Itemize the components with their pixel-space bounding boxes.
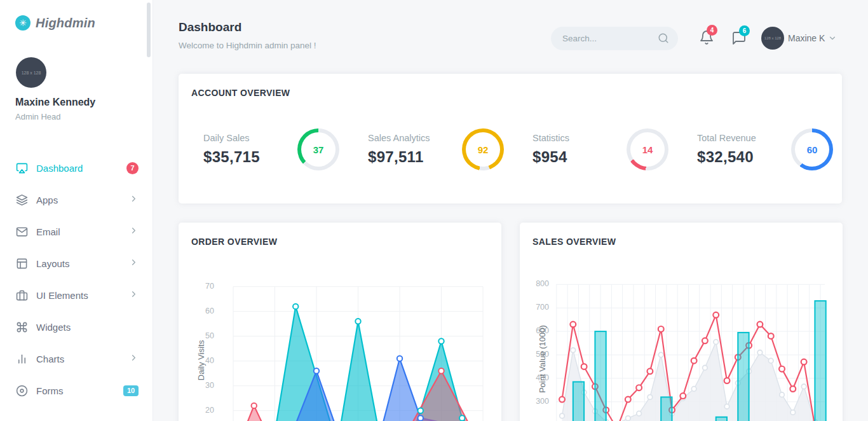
search-input[interactable]	[562, 27, 658, 50]
sales-overview-chart[interactable]	[553, 280, 832, 421]
y-axis-tick: 20	[195, 406, 214, 415]
logo-asterisk-icon: ✳	[15, 15, 31, 31]
chevron-right-icon	[129, 258, 139, 267]
stat-text: Statistics $954	[532, 133, 569, 166]
progress-ring: 60	[791, 128, 833, 170]
stat-sales-analytics: Sales Analytics $97,511 92	[368, 128, 504, 170]
stat-text: Sales Analytics $97,511	[368, 133, 430, 166]
airplay-icon	[16, 162, 28, 174]
progress-ring-value: 14	[627, 128, 668, 170]
sidebar-item-apps[interactable]: Apps	[0, 184, 153, 216]
layers-icon	[16, 194, 28, 206]
chevron-right-icon	[129, 194, 139, 204]
chevron-right-icon	[129, 289, 139, 301]
stat-text: Total Revenue $32,540	[697, 133, 756, 166]
stat-label: Statistics	[532, 133, 569, 143]
sidebar-item-label: UI Elements	[36, 290, 129, 301]
avatar-placeholder-text: 128 x 128	[764, 36, 781, 40]
progress-ring-value: 92	[462, 128, 504, 170]
progress-ring: 92	[462, 128, 504, 170]
notifications-badge: 4	[707, 25, 717, 36]
logo-text: Highdmin	[36, 16, 95, 31]
sidebar-scrollbar[interactable]	[147, 3, 151, 57]
chevron-right-icon	[129, 353, 139, 365]
sidebar-item-label: Layouts	[36, 258, 129, 269]
stat-label: Sales Analytics	[368, 133, 430, 143]
sidebar-item-label: Apps	[36, 195, 129, 205]
stat-value: $954	[532, 148, 569, 166]
user-menu-label: Maxine K	[788, 33, 825, 43]
sales-overview-title: SALES OVERVIEW	[532, 237, 616, 247]
sidebar-menu: Dashboard7AppsEmailLayoutsUI ElementsWid…	[0, 152, 153, 406]
progress-ring: 37	[297, 128, 339, 170]
sidebar-item-layouts[interactable]: Layouts	[0, 247, 153, 279]
stat-text: Daily Sales $35,715	[203, 133, 260, 166]
sidebar-item-label: Charts	[36, 354, 129, 364]
app-logo[interactable]: ✳ Highdmin	[15, 15, 95, 31]
user-menu[interactable]: Maxine K	[788, 33, 837, 43]
stat-value: $32,540	[697, 148, 756, 166]
y-axis-label: Point Value (1000)	[538, 315, 547, 404]
progress-ring-value: 37	[297, 128, 339, 170]
search-box	[551, 27, 678, 50]
sidebar-user-name: Maxine Kennedy	[15, 97, 95, 108]
sidebar-item-label: Dashboard	[36, 163, 126, 174]
sidebar-item-ui-elements[interactable]: UI Elements	[0, 279, 153, 311]
page-title: Dashboard	[179, 20, 241, 34]
y-axis-tick: 70	[195, 282, 214, 291]
y-axis-tick: 800	[530, 279, 549, 288]
sales-overview-card: SALES OVERVIEW LAST 24 HOURS LAST 48 HOU…	[520, 223, 843, 421]
y-axis-tick: 60	[195, 307, 214, 315]
stat-daily-sales: Daily Sales $35,715 37	[203, 128, 339, 170]
account-overview-title: ACCOUNT OVERVIEW	[191, 88, 290, 98]
search-icon[interactable]	[658, 32, 669, 44]
sidebar-item-label: Widgets	[36, 322, 139, 333]
sidebar-item-forms[interactable]: Forms10	[0, 375, 153, 406]
sidebar-item-charts[interactable]: Charts	[0, 343, 153, 375]
sidebar-item-dashboard[interactable]: Dashboard7	[0, 152, 153, 184]
sidebar-item-email[interactable]: Email	[0, 216, 153, 247]
stat-value: $97,511	[368, 148, 430, 166]
order-overview-card: ORDER OVERVIEW BITCOIN ETHEREUM LITECOIN…	[179, 223, 501, 421]
account-overview-card: ACCOUNT OVERVIEW Daily Sales $35,715 37 …	[179, 74, 842, 204]
stat-value: $35,715	[203, 148, 260, 166]
messages-badge: 6	[739, 25, 750, 36]
disc-icon	[16, 385, 28, 397]
mail-icon	[16, 226, 28, 238]
sidebar-badge: 10	[123, 385, 139, 396]
y-axis-tick: 700	[530, 303, 549, 312]
command-icon	[16, 321, 28, 333]
chevron-right-icon	[129, 226, 139, 235]
sidebar: ✳ Highdmin 128 x 128 Maxine Kennedy Admi…	[0, 0, 153, 421]
order-overview-title: ORDER OVERVIEW	[191, 237, 277, 247]
chevron-down-icon	[828, 34, 837, 43]
sidebar-user-role: Admin Head	[15, 112, 61, 121]
progress-ring: 14	[627, 128, 668, 170]
sidebar-item-label: Email	[36, 226, 129, 237]
progress-ring-value: 60	[791, 128, 833, 170]
chevron-right-icon	[129, 258, 139, 270]
bar-chart-icon	[16, 353, 28, 365]
briefcase-icon	[16, 289, 28, 301]
layout-icon	[16, 258, 28, 270]
sidebar-avatar[interactable]: 128 x 128	[16, 57, 46, 88]
sidebar-item-widgets[interactable]: Widgets	[0, 311, 153, 343]
stat-total-revenue: Total Revenue $32,540 60	[697, 128, 833, 170]
stat-statistics: Statistics $954 14	[532, 128, 668, 170]
header-avatar[interactable]: 128 x 128	[761, 27, 784, 50]
sidebar-badge: 7	[126, 162, 139, 174]
stat-label: Total Revenue	[697, 133, 756, 143]
chevron-right-icon	[129, 194, 139, 206]
chevron-right-icon	[129, 289, 139, 299]
chevron-right-icon	[129, 353, 139, 362]
stat-label: Daily Sales	[203, 133, 260, 143]
y-axis-label: Daily Visits	[196, 316, 206, 405]
chevron-right-icon	[129, 226, 139, 238]
sidebar-item-label: Forms	[36, 385, 123, 396]
order-overview-chart[interactable]	[224, 282, 491, 421]
page-subtitle: Welcome to Highdmin admin panel !	[179, 41, 316, 50]
avatar-placeholder-text: 128 x 128	[22, 71, 41, 75]
